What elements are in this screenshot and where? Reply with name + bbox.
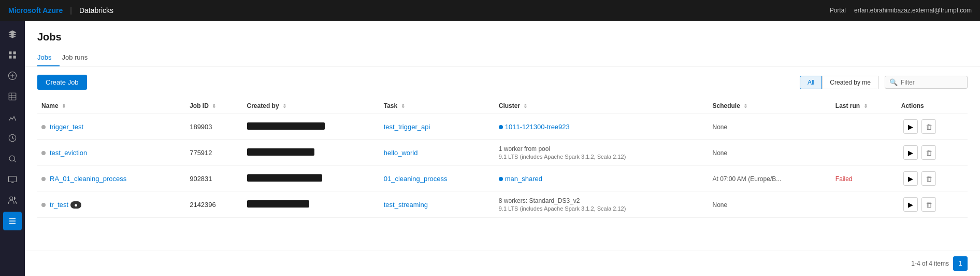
col-header-lastrun: Last run ⇕ <box>831 98 897 114</box>
delete-job-button[interactable]: 🗑 <box>921 145 936 160</box>
sort-name-icon[interactable]: ⇕ <box>62 103 66 109</box>
delete-job-button[interactable]: 🗑 <box>921 171 936 186</box>
sidebar-icon-jobs[interactable] <box>3 212 22 230</box>
toolbar: Create Job All Created by me 🔍 <box>25 66 980 98</box>
toolbar-right: All Created by me 🔍 <box>800 76 968 89</box>
sidebar-icon-add[interactable] <box>3 66 22 85</box>
table-row: test_eviction 775912 hello_world 1 worke… <box>37 140 968 166</box>
svg-rect-1 <box>13 51 16 54</box>
name-tag-badge: ● <box>70 201 81 209</box>
cell-schedule: None <box>708 114 831 140</box>
cell-task: test_trigger_api <box>380 114 495 140</box>
col-header-actions: Actions <box>897 98 968 114</box>
page-1-button[interactable]: 1 <box>953 256 968 271</box>
col-header-schedule: Schedule ⇕ <box>708 98 831 114</box>
svg-rect-0 <box>9 51 11 54</box>
sidebar-icon-search[interactable] <box>3 149 22 168</box>
tab-job-runs[interactable]: Job runs <box>60 49 96 66</box>
created-by-redacted <box>247 174 322 182</box>
portal-link[interactable]: Portal <box>830 7 846 14</box>
cluster-link[interactable]: 1011-121300-tree923 <box>505 123 570 131</box>
cell-name: RA_01_cleaning_process <box>37 166 185 191</box>
schedule-text: None <box>712 123 727 131</box>
schedule-text: At 07:00 AM (Europe/B... <box>712 175 781 183</box>
run-job-button[interactable]: ▶ <box>903 171 918 186</box>
cell-task: 01_cleaning_process <box>380 166 495 191</box>
run-job-button[interactable]: ▶ <box>903 197 918 212</box>
table-header-row: Name ⇕ Job ID ⇕ Created by ⇕ Task ⇕ Clus… <box>37 98 968 114</box>
azure-label: Microsoft Azure <box>8 6 63 15</box>
cell-actions: ▶ 🗑 <box>897 191 968 218</box>
cluster-pool-text: 1 worker from pool <box>499 145 550 153</box>
cell-actions: ▶ 🗑 <box>897 140 968 166</box>
cell-name: trigger_test <box>37 114 185 140</box>
sidebar-icon-graph[interactable] <box>3 108 22 127</box>
col-header-cluster: Cluster ⇕ <box>495 98 709 114</box>
nav-divider: | <box>70 6 72 15</box>
cell-createdby <box>243 114 380 140</box>
row-status-dot <box>41 125 46 129</box>
filter-all-button[interactable]: All <box>800 76 822 89</box>
sidebar-icon-clock[interactable] <box>3 129 22 147</box>
jobs-table-container: Name ⇕ Job ID ⇕ Created by ⇕ Task ⇕ Clus… <box>25 98 980 251</box>
sort-task-icon[interactable]: ⇕ <box>401 103 405 109</box>
task-link[interactable]: test_streaming <box>384 201 428 209</box>
sort-lastrun-icon[interactable]: ⇕ <box>863 103 868 109</box>
svg-rect-3 <box>13 56 16 59</box>
job-name-link[interactable]: RA_01_cleaning_process <box>50 175 126 183</box>
cluster-link[interactable]: man_shared <box>505 175 542 183</box>
task-link[interactable]: test_trigger_api <box>384 123 430 131</box>
filter-created-by-me-button[interactable]: Created by me <box>822 76 878 89</box>
cluster-multi-text: 8 workers: Standard_DS3_v2 <box>499 197 580 204</box>
cell-actions: ▶ 🗑 <box>897 114 968 140</box>
page-title: Jobs <box>37 31 968 43</box>
tab-jobs[interactable]: Jobs <box>37 49 60 66</box>
table-row: RA_01_cleaning_process 902831 01_cleanin… <box>37 166 968 191</box>
pagination: 1-4 of 4 items 1 <box>25 251 980 276</box>
run-job-button[interactable]: ▶ <box>903 145 918 160</box>
table-body: trigger_test 189903 test_trigger_api 101… <box>37 114 968 218</box>
task-link[interactable]: hello_world <box>384 149 418 157</box>
sort-jobid-icon[interactable]: ⇕ <box>212 103 216 109</box>
create-job-button[interactable]: Create Job <box>37 75 87 90</box>
last-run-failed: Failed <box>835 175 853 183</box>
svg-rect-8 <box>9 176 17 182</box>
filter-input[interactable] <box>901 79 963 86</box>
cluster-status-dot <box>499 125 503 129</box>
filter-search-icon: 🔍 <box>889 78 898 86</box>
page-header: Jobs <box>25 21 980 49</box>
sort-createdby-icon[interactable]: ⇕ <box>282 103 286 109</box>
jobs-table: Name ⇕ Job ID ⇕ Created by ⇕ Task ⇕ Clus… <box>37 98 968 218</box>
cell-cluster: 1011-121300-tree923 <box>495 114 709 140</box>
sidebar-icon-dashboard[interactable] <box>3 46 22 64</box>
filter-search-box: 🔍 <box>885 76 968 89</box>
svg-rect-2 <box>9 56 11 59</box>
cluster-status-dot <box>499 177 503 181</box>
svg-rect-5 <box>9 93 16 100</box>
sort-cluster-icon[interactable]: ⇕ <box>523 103 527 109</box>
top-nav: Microsoft Azure | Databricks Portal erfa… <box>0 0 980 21</box>
cell-name: tr_test● <box>37 191 185 218</box>
cell-jobid: 2142396 <box>185 191 242 218</box>
run-job-button[interactable]: ▶ <box>903 119 918 134</box>
cell-schedule: None <box>708 140 831 166</box>
sidebar-icon-table[interactable] <box>3 87 22 106</box>
task-link[interactable]: 01_cleaning_process <box>384 175 448 183</box>
sidebar-icon-people[interactable] <box>3 191 22 210</box>
col-header-createdby: Created by ⇕ <box>243 98 380 114</box>
row-status-dot <box>41 177 46 181</box>
delete-job-button[interactable]: 🗑 <box>921 119 936 134</box>
cell-lastrun <box>831 191 897 218</box>
sidebar-icon-layers[interactable] <box>3 25 22 44</box>
job-name-link[interactable]: tr_test <box>50 201 68 209</box>
created-by-redacted <box>247 148 314 156</box>
cell-jobid: 775912 <box>185 140 242 166</box>
sort-schedule-icon[interactable]: ⇕ <box>743 103 747 109</box>
cell-jobid: 902831 <box>185 166 242 191</box>
sidebar-icon-monitor[interactable] <box>3 170 22 189</box>
delete-job-button[interactable]: 🗑 <box>921 197 936 212</box>
cell-createdby <box>243 140 380 166</box>
job-name-link[interactable]: trigger_test <box>50 123 83 131</box>
main-layout: Jobs Jobs Job runs Create Job All Create… <box>0 21 980 276</box>
job-name-link[interactable]: test_eviction <box>50 149 87 157</box>
